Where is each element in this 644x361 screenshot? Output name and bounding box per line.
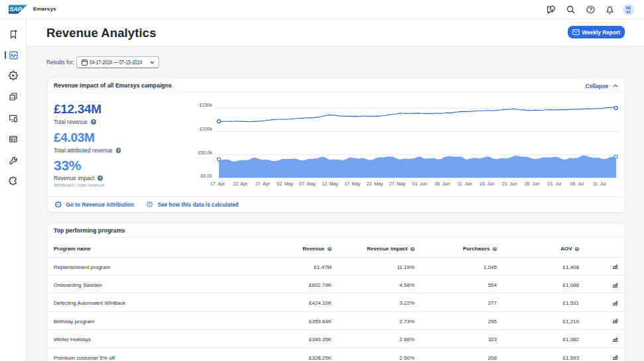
svg-text:17. Apr: 17. Apr [210, 181, 225, 187]
svg-text:26. Jun: 26. Jun [525, 181, 540, 186]
svg-text:22. Apr: 22. Apr [233, 181, 248, 187]
svg-text:01. Jun: 01. Jun [413, 181, 428, 186]
svg-text:22. May: 22. May [367, 181, 383, 187]
svg-text:£0.00: £0.00 [200, 174, 212, 178]
svg-text:11. Jun: 11. Jun [457, 181, 472, 186]
svg-text:06. Jul: 06. Jul [570, 181, 584, 186]
svg-text:02. May: 02. May [277, 181, 294, 187]
svg-text:21. Jun: 21. Jun [502, 181, 517, 186]
svg-text:11. Jul: 11. Jul [593, 181, 606, 186]
svg-text:06. Jun: 06. Jun [434, 181, 450, 186]
svg-text:£150k: £150k [200, 103, 213, 107]
svg-text:16. Jun: 16. Jun [480, 181, 495, 186]
svg-text:SAP: SAP [9, 6, 23, 13]
svg-text:01. Jul: 01. Jul [548, 181, 562, 186]
svg-text:£100k: £100k [200, 127, 213, 131]
svg-text:12. May: 12. May [322, 181, 338, 187]
svg-text:27. May: 27. May [389, 181, 406, 187]
svg-text:07. May: 07. May [299, 181, 316, 187]
svg-text:27. Apr: 27. Apr [255, 181, 271, 187]
svg-text:17. May: 17. May [344, 181, 361, 187]
svg-text:£50.0k: £50.0k [198, 150, 213, 155]
